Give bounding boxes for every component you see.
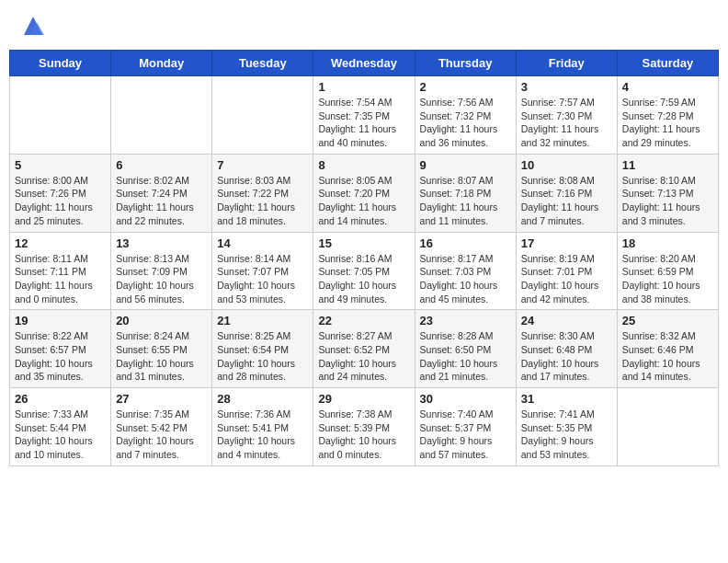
day-info: Sunrise: 7:57 AM Sunset: 7:30 PM Dayligh… [521, 96, 612, 150]
day-number: 20 [116, 314, 207, 327]
day-number: 17 [521, 236, 612, 250]
day-info: Sunrise: 7:56 AM Sunset: 7:32 PM Dayligh… [420, 96, 511, 150]
calendar-cell: 4Sunrise: 7:59 AM Sunset: 7:28 PM Daylig… [617, 76, 718, 155]
column-header-tuesday: Tuesday [212, 51, 313, 76]
day-info: Sunrise: 8:14 AM Sunset: 7:07 PM Dayligh… [217, 252, 308, 306]
day-info: Sunrise: 8:24 AM Sunset: 6:55 PM Dayligh… [116, 329, 207, 384]
calendar-cell: 2Sunrise: 7:56 AM Sunset: 7:32 PM Daylig… [415, 76, 516, 155]
column-header-thursday: Thursday [415, 51, 516, 76]
calendar-week-row: 26Sunrise: 7:33 AM Sunset: 5:44 PM Dayli… [10, 388, 719, 466]
day-info: Sunrise: 7:33 AM Sunset: 5:44 PM Dayligh… [15, 408, 106, 462]
day-number: 2 [420, 80, 511, 94]
logo-icon [20, 13, 46, 39]
day-info: Sunrise: 8:22 AM Sunset: 6:57 PM Dayligh… [15, 329, 106, 384]
calendar-cell: 31Sunrise: 7:41 AM Sunset: 5:35 PM Dayli… [516, 388, 617, 466]
day-info: Sunrise: 8:07 AM Sunset: 7:18 PM Dayligh… [420, 174, 511, 228]
calendar-cell: 7Sunrise: 8:03 AM Sunset: 7:22 PM Daylig… [212, 154, 313, 232]
day-info: Sunrise: 7:54 AM Sunset: 7:35 PM Dayligh… [318, 96, 409, 150]
day-number: 19 [15, 314, 106, 327]
day-number: 27 [116, 392, 207, 406]
day-number: 7 [217, 158, 308, 172]
calendar-header-row: SundayMondayTuesdayWednesdayThursdayFrid… [10, 51, 719, 76]
calendar-cell: 6Sunrise: 8:02 AM Sunset: 7:24 PM Daylig… [111, 154, 212, 232]
day-number: 9 [420, 158, 511, 172]
calendar-cell: 1Sunrise: 7:54 AM Sunset: 7:35 PM Daylig… [313, 76, 415, 155]
calendar-cell: 9Sunrise: 8:07 AM Sunset: 7:18 PM Daylig… [415, 154, 516, 232]
day-info: Sunrise: 8:05 AM Sunset: 7:20 PM Dayligh… [318, 174, 409, 228]
calendar-cell: 22Sunrise: 8:27 AM Sunset: 6:52 PM Dayli… [313, 310, 415, 388]
calendar-cell: 26Sunrise: 7:33 AM Sunset: 5:44 PM Dayli… [10, 388, 111, 466]
day-info: Sunrise: 8:13 AM Sunset: 7:09 PM Dayligh… [116, 252, 207, 306]
calendar-cell: 16Sunrise: 8:17 AM Sunset: 7:03 PM Dayli… [415, 232, 516, 310]
day-info: Sunrise: 8:11 AM Sunset: 7:11 PM Dayligh… [15, 252, 106, 306]
day-number: 3 [521, 80, 612, 94]
calendar-cell [617, 388, 718, 466]
column-header-saturday: Saturday [617, 51, 718, 76]
calendar-cell: 12Sunrise: 8:11 AM Sunset: 7:11 PM Dayli… [10, 232, 111, 310]
day-number: 30 [420, 392, 511, 406]
day-info: Sunrise: 8:28 AM Sunset: 6:50 PM Dayligh… [420, 329, 511, 384]
calendar-cell: 25Sunrise: 8:32 AM Sunset: 6:46 PM Dayli… [617, 310, 718, 388]
calendar-cell: 18Sunrise: 8:20 AM Sunset: 6:59 PM Dayli… [617, 232, 718, 310]
day-number: 23 [420, 314, 511, 327]
calendar-cell: 29Sunrise: 7:38 AM Sunset: 5:39 PM Dayli… [313, 388, 415, 466]
day-info: Sunrise: 8:27 AM Sunset: 6:52 PM Dayligh… [318, 329, 409, 384]
day-number: 4 [622, 80, 713, 94]
column-header-wednesday: Wednesday [313, 51, 415, 76]
calendar-week-row: 1Sunrise: 7:54 AM Sunset: 7:35 PM Daylig… [10, 76, 719, 155]
day-number: 18 [622, 236, 713, 250]
day-number: 26 [15, 392, 106, 406]
day-info: Sunrise: 8:02 AM Sunset: 7:24 PM Dayligh… [116, 174, 207, 228]
calendar-cell: 11Sunrise: 8:10 AM Sunset: 7:13 PM Dayli… [617, 154, 718, 232]
calendar-week-row: 5Sunrise: 8:00 AM Sunset: 7:26 PM Daylig… [10, 154, 719, 232]
day-info: Sunrise: 7:59 AM Sunset: 7:28 PM Dayligh… [622, 96, 713, 150]
day-number: 15 [318, 236, 409, 250]
calendar-cell: 14Sunrise: 8:14 AM Sunset: 7:07 PM Dayli… [212, 232, 313, 310]
calendar-week-row: 19Sunrise: 8:22 AM Sunset: 6:57 PM Dayli… [10, 310, 719, 388]
page-header [9, 9, 719, 42]
day-info: Sunrise: 8:32 AM Sunset: 6:46 PM Dayligh… [622, 329, 713, 384]
day-number: 31 [521, 392, 612, 406]
day-info: Sunrise: 8:30 AM Sunset: 6:48 PM Dayligh… [521, 329, 612, 384]
calendar-cell: 19Sunrise: 8:22 AM Sunset: 6:57 PM Dayli… [10, 310, 111, 388]
day-info: Sunrise: 7:38 AM Sunset: 5:39 PM Dayligh… [318, 408, 409, 462]
day-info: Sunrise: 8:03 AM Sunset: 7:22 PM Dayligh… [217, 174, 308, 228]
day-info: Sunrise: 7:35 AM Sunset: 5:42 PM Dayligh… [116, 408, 207, 462]
calendar-cell: 13Sunrise: 8:13 AM Sunset: 7:09 PM Dayli… [111, 232, 212, 310]
calendar-cell [111, 76, 212, 155]
column-header-sunday: Sunday [10, 51, 111, 76]
day-number: 6 [116, 158, 207, 172]
calendar-table: SundayMondayTuesdayWednesdayThursdayFrid… [9, 50, 719, 466]
day-number: 29 [318, 392, 409, 406]
calendar-cell: 17Sunrise: 8:19 AM Sunset: 7:01 PM Dayli… [516, 232, 617, 310]
calendar-cell: 24Sunrise: 8:30 AM Sunset: 6:48 PM Dayli… [516, 310, 617, 388]
day-number: 14 [217, 236, 308, 250]
day-info: Sunrise: 8:00 AM Sunset: 7:26 PM Dayligh… [15, 174, 106, 228]
day-number: 11 [622, 158, 713, 172]
day-number: 24 [521, 314, 612, 327]
column-header-friday: Friday [516, 51, 617, 76]
day-info: Sunrise: 8:19 AM Sunset: 7:01 PM Dayligh… [521, 252, 612, 306]
calendar-cell: 30Sunrise: 7:40 AM Sunset: 5:37 PM Dayli… [415, 388, 516, 466]
calendar-cell [10, 76, 111, 155]
calendar-cell: 15Sunrise: 8:16 AM Sunset: 7:05 PM Dayli… [313, 232, 415, 310]
calendar-cell: 10Sunrise: 8:08 AM Sunset: 7:16 PM Dayli… [516, 154, 617, 232]
day-number: 13 [116, 236, 207, 250]
logo [17, 13, 46, 39]
day-info: Sunrise: 7:36 AM Sunset: 5:41 PM Dayligh… [217, 408, 308, 462]
day-info: Sunrise: 7:40 AM Sunset: 5:37 PM Dayligh… [420, 408, 511, 462]
day-info: Sunrise: 7:41 AM Sunset: 5:35 PM Dayligh… [521, 408, 612, 462]
day-number: 25 [622, 314, 713, 327]
day-info: Sunrise: 8:10 AM Sunset: 7:13 PM Dayligh… [622, 174, 713, 228]
day-info: Sunrise: 8:25 AM Sunset: 6:54 PM Dayligh… [217, 329, 308, 384]
column-header-monday: Monday [111, 51, 212, 76]
day-number: 16 [420, 236, 511, 250]
calendar-cell: 23Sunrise: 8:28 AM Sunset: 6:50 PM Dayli… [415, 310, 516, 388]
day-info: Sunrise: 8:08 AM Sunset: 7:16 PM Dayligh… [521, 174, 612, 228]
day-number: 12 [15, 236, 106, 250]
day-number: 1 [318, 80, 409, 94]
calendar-cell: 27Sunrise: 7:35 AM Sunset: 5:42 PM Dayli… [111, 388, 212, 466]
day-info: Sunrise: 8:20 AM Sunset: 6:59 PM Dayligh… [622, 252, 713, 306]
day-number: 8 [318, 158, 409, 172]
calendar-cell: 21Sunrise: 8:25 AM Sunset: 6:54 PM Dayli… [212, 310, 313, 388]
